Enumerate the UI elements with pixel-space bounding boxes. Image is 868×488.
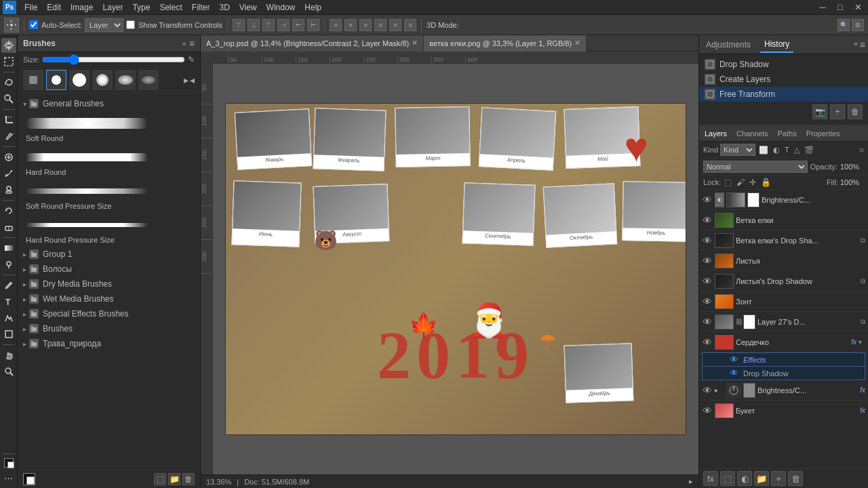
brush-size-slider[interactable] (42, 55, 185, 64)
zoom-tool[interactable] (1, 364, 16, 379)
tab-paths[interactable]: Paths (775, 128, 800, 139)
filter-shape-icon[interactable]: △ (793, 145, 801, 155)
tab1-close[interactable]: ✕ (412, 39, 418, 47)
history-item-free-transform[interactable]: Free Transform (699, 87, 868, 102)
tab-properties[interactable]: Properties (804, 128, 843, 139)
brush-edit-icon[interactable]: ✎ (188, 55, 195, 64)
layer-vis-27[interactable]: 👁 (702, 317, 713, 327)
gradient-tool[interactable] (1, 241, 16, 256)
layer-vis-zont[interactable]: 👁 (702, 296, 713, 307)
right-panel-menu-icon[interactable]: ≡ (860, 39, 865, 50)
add-filter-btn[interactable]: fx (703, 471, 718, 486)
add-group-btn[interactable]: 📁 (754, 471, 769, 486)
hand-tool[interactable] (1, 348, 16, 363)
lock-move-icon[interactable]: ✛ (748, 177, 757, 188)
group-dry-media-header[interactable]: ▸ Dry Media Brushes (18, 277, 200, 291)
effect-effects[interactable]: 👁 Effects (702, 352, 865, 367)
menu-3d[interactable]: 3D (215, 1, 233, 14)
distrib-top-btn[interactable]: ≡ (330, 19, 342, 31)
new-layer-btn[interactable]: + (771, 471, 786, 486)
brush-preview-1[interactable] (23, 70, 43, 90)
layer-listya-ds[interactable]: 👁 Листья's Drop Shadow ⧉ (699, 271, 868, 291)
menu-file[interactable]: File (20, 1, 41, 14)
brush-item-hard-pressure[interactable]: Hard Round Pressure Size (18, 213, 200, 247)
layer-vis-brightness-bottom[interactable]: 👁 (702, 385, 713, 396)
align-right-btn[interactable]: ⊢ (307, 19, 319, 31)
close-btn[interactable]: ✕ (850, 0, 865, 15)
layer-listya[interactable]: 👁 Листья (699, 251, 868, 271)
eyedropper-tool[interactable] (1, 129, 16, 144)
menu-view[interactable]: View (235, 1, 261, 14)
brush-zoom-in-icon[interactable]: ▸ (184, 75, 189, 85)
layer-vis-vetka-ds[interactable]: 👁 (702, 235, 713, 246)
layer-27[interactable]: 👁 ⛓ Layer 27's D... ⧉ (699, 312, 868, 332)
align-bottom-btn[interactable]: ⊤ (262, 19, 275, 31)
brush-tool[interactable] (1, 166, 16, 181)
layer-zont[interactable]: 👁 Зонт (699, 291, 868, 312)
layer-vis-vetka[interactable]: 👁 (702, 215, 713, 226)
move-tool[interactable] (1, 38, 16, 53)
history-new-btn[interactable]: + (830, 104, 845, 119)
stamp-tool[interactable] (1, 182, 16, 197)
tab-history[interactable]: History (760, 37, 793, 53)
brush-preview-2[interactable] (46, 70, 66, 90)
mask-icon[interactable]: ⬚ (154, 473, 166, 485)
minimize-btn[interactable]: ─ (815, 0, 830, 15)
filter-adj-icon[interactable]: ◐ (772, 145, 781, 155)
brush-zoom-out-icon[interactable]: ◂ (190, 75, 195, 85)
blend-mode-select[interactable]: Normal Multiply Screen (703, 161, 808, 173)
history-item-create-layers[interactable]: Create Layers (699, 72, 868, 87)
filter-type-icon[interactable]: T (783, 145, 791, 155)
status-arrow[interactable]: ▸ (689, 477, 693, 486)
brushes-menu-icon[interactable]: ≡ (189, 38, 195, 49)
distrib-bottom-btn[interactable]: ≡ (359, 19, 372, 31)
tab-channels[interactable]: Channels (734, 128, 770, 139)
layer-vis-listya[interactable]: 👁 (702, 256, 713, 266)
effect-drop-shadow[interactable]: 👁 Drop Shadow (702, 367, 865, 380)
menu-filter[interactable]: Filter (188, 1, 214, 14)
delete-layer-btn[interactable]: 🗑 (788, 471, 803, 486)
workspace-icon[interactable]: ⊞ (852, 19, 864, 31)
filter-pixel-icon[interactable]: ⬜ (757, 145, 770, 155)
auto-select-checkbox[interactable] (29, 20, 38, 29)
opacity-value[interactable]: 100% (840, 163, 864, 171)
group-volosy-header[interactable]: ▸ Волосы (18, 262, 200, 277)
distrib-right-btn[interactable]: ≡ (404, 19, 416, 31)
layer-vis-brightness-top[interactable]: 👁 (702, 195, 713, 205)
add-mask-btn[interactable]: ⬚ (720, 471, 735, 486)
dodge-tool[interactable] (1, 257, 16, 272)
layer-serdechko[interactable]: 👁 Сердечко fx ▾ (699, 332, 868, 352)
tab2-close[interactable]: ✕ (574, 39, 580, 47)
layer-vis-buket[interactable]: 👁 (702, 405, 713, 416)
brush-preview-4[interactable] (92, 70, 113, 90)
folder-new-icon[interactable]: 📁 (168, 473, 180, 485)
group-general-brushes-header[interactable]: ▾ General Brushes (18, 96, 200, 111)
align-hcenter-btn[interactable]: ⊢ (292, 19, 304, 31)
group-special-fx-header[interactable]: ▸ Special Effects Brushes (18, 306, 200, 321)
align-vcenter-btn[interactable]: ⊥ (248, 19, 260, 31)
menu-type[interactable]: Type (128, 1, 154, 14)
group-brushes-header[interactable]: ▸ Brushes (18, 321, 200, 336)
brush-preview-3[interactable] (69, 70, 90, 90)
extra-tools[interactable]: ⋯ (1, 470, 16, 485)
search-icon[interactable]: 🔍 (837, 19, 850, 31)
history-item-drop-shadow[interactable]: Drop Shadow (699, 57, 868, 72)
history-brush-tool[interactable] (1, 203, 16, 218)
lock-paint-icon[interactable]: 🖌 (735, 177, 746, 188)
distrib-vcenter-btn[interactable]: ≡ (344, 19, 357, 31)
align-left-btn[interactable]: ⊣ (277, 19, 290, 31)
brush-item-hard-round[interactable]: Hard Round (18, 145, 200, 179)
path-select-tool[interactable] (1, 310, 16, 325)
canvas-viewport[interactable]: Январь Февраль Март Апрель (213, 64, 698, 474)
distrib-hcenter-btn[interactable]: ≡ (389, 19, 401, 31)
layer-vetka-elki[interactable]: 👁 Ветка елки (699, 210, 868, 230)
add-adjustment-btn[interactable]: ◐ (737, 471, 752, 486)
lock-all-icon[interactable]: 🔒 (760, 177, 772, 188)
layer-group-select[interactable]: Layer Group (85, 18, 123, 32)
layer-vetka-dropshadow[interactable]: 👁 Ветка елки's Drop Sha... ⧉ (699, 230, 868, 251)
layer-expand-serdechko[interactable]: ▾ (859, 338, 865, 346)
right-panel-collapse-icon[interactable]: » (854, 39, 858, 50)
layer-buket[interactable]: 👁 Букет fx (699, 401, 868, 421)
history-snapshot-btn[interactable]: 📷 (812, 104, 827, 119)
fg-color-swatch[interactable] (23, 473, 35, 485)
